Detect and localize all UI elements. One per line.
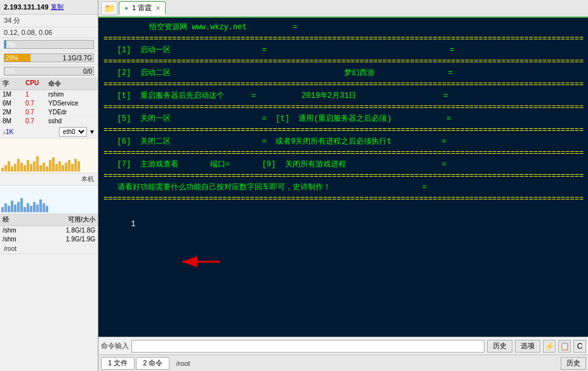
chart-bar xyxy=(49,160,51,172)
chart-bar xyxy=(1,168,4,172)
net-chart-bar xyxy=(27,203,29,212)
chart-bar xyxy=(17,159,20,172)
terminal-separator-2: ========================================… xyxy=(104,79,584,90)
process-row-1: 6M 0.7 YDService xyxy=(0,99,98,108)
tab-label: 1 雷霆 xyxy=(132,3,152,13)
chart-bar xyxy=(71,164,74,172)
terminal-separator-1: ========================================… xyxy=(104,56,584,67)
options-button[interactable]: 选项 xyxy=(515,340,540,353)
terminal-separator-3: ========================================… xyxy=(104,102,584,113)
net-chart-bar xyxy=(23,207,26,212)
bottom-tabs: 1 文件 2 命令 /root 历史 xyxy=(98,354,588,371)
terminal-line-5: [6] 关闭二区 = 或者9关闭所有进程之后必须执行t = xyxy=(104,136,584,147)
chart-bar xyxy=(14,164,17,172)
fs-row-0: /shm 1.8G/1.8G xyxy=(0,226,98,235)
chart-bar xyxy=(43,163,45,172)
chart-bar xyxy=(20,163,23,172)
sidebar: 2.193.131.149 复制 34 分 0.12, 0.08, 0.06 2… xyxy=(0,0,98,371)
ip-address: 2.193.131.149 xyxy=(4,3,48,11)
chart-bar xyxy=(23,165,26,172)
chart-bar xyxy=(46,166,48,172)
net-chart-bar xyxy=(11,201,13,212)
fs-row-1: /shm 1.9G/1.9G xyxy=(0,235,98,244)
tab-dot: ● xyxy=(124,4,128,11)
mem-bar-row: 2% xyxy=(0,38,98,51)
terminal-line-7: 请看好功能需要什么功能自己按对应数字回车即可，史诗制作！ = xyxy=(104,182,584,193)
load-row: 0.12, 0.08, 0.06 xyxy=(0,27,98,38)
net-chart-bar xyxy=(1,207,4,212)
folder-button[interactable]: 📁 xyxy=(101,1,117,15)
process-row-3: 8M 0.7 sshd xyxy=(0,117,98,126)
uptime-row: 34 分 xyxy=(0,15,98,27)
cmd-bar: 命令输入 历史 选项 ⚡ 📋 C xyxy=(98,337,588,354)
process-row-0: 1M 1 rshim xyxy=(0,90,98,99)
bottom-tab-files[interactable]: 1 文件 xyxy=(101,357,135,370)
chart-bar xyxy=(27,160,29,172)
chart-bar xyxy=(62,165,64,172)
terminal-line-3: [t] 重启服务器后先启动这个 = 2019年2月31日 = xyxy=(104,90,584,102)
terminal-line-2: [2] 启动二区 梦幻西游 = xyxy=(104,67,584,79)
arrow-annotation xyxy=(173,253,224,271)
net-chart-bar xyxy=(14,205,17,212)
net-chart xyxy=(0,186,98,214)
fs-table-header: 经 可用/大小 xyxy=(0,214,98,226)
terminal-separator-6: ========================================… xyxy=(104,170,584,182)
copy-icon-button[interactable]: C xyxy=(573,340,586,353)
chart-bar xyxy=(4,165,7,172)
chart-bar xyxy=(58,161,61,172)
cpu-chart xyxy=(0,138,98,173)
lightning-icon-button[interactable]: ⚡ xyxy=(543,340,556,353)
chart-bar xyxy=(74,159,77,172)
net-chart-bar xyxy=(17,202,20,212)
terminal-line-0: 悟空资源网 www.wkzy.net = xyxy=(104,22,584,33)
process-table-header: 字 CPU 命令 xyxy=(0,78,98,90)
bottom-history-button[interactable]: 历史 xyxy=(561,357,586,370)
tab-bar: 📁 ● 1 雷霆 × xyxy=(98,0,588,18)
tab-close-button[interactable]: × xyxy=(156,4,160,13)
chart-bar xyxy=(8,161,10,172)
terminal-line-4: [5] 关闭一区 = [t] 通用(重启服务器之后必须) = xyxy=(104,113,584,125)
disk-bar-row: 0% 0/0 xyxy=(0,65,98,78)
chart-bar xyxy=(68,160,70,172)
net-chart-bar xyxy=(33,202,36,212)
net-chart-bar xyxy=(30,206,32,212)
terminal[interactable]: 悟空资源网 www.wkzy.net = ===================… xyxy=(98,18,588,337)
chart-bar xyxy=(36,156,39,172)
net-chart-bar xyxy=(4,203,7,212)
ip-row: 2.193.131.149 复制 xyxy=(0,0,98,15)
net-chart-bar xyxy=(46,206,48,212)
net-interface-select[interactable]: eth0 xyxy=(59,127,87,137)
net-chart-bar xyxy=(36,205,39,212)
chart-bar xyxy=(65,163,67,172)
net-chart-bar xyxy=(39,199,42,212)
clipboard-icon-button[interactable]: 📋 xyxy=(558,340,571,353)
chart-bar xyxy=(33,161,36,172)
chart-bar xyxy=(52,158,55,172)
bottom-path: /root xyxy=(171,360,559,367)
net-chart-bar xyxy=(20,198,23,212)
net-row: ↓1K eth0 ▼ xyxy=(0,126,98,138)
cmd-label: 命令输入 xyxy=(101,341,129,351)
current-path-row: /root xyxy=(0,244,98,254)
net-down: ↓1K xyxy=(3,128,13,135)
terminal-line-1: [1] 启动一区 = = xyxy=(104,44,584,56)
chart-bar xyxy=(55,164,58,172)
copy-button[interactable]: 复制 xyxy=(51,3,63,11)
chart-bar xyxy=(39,165,42,172)
chart-bar xyxy=(30,164,32,172)
net-chart-bar xyxy=(8,206,10,212)
history-button[interactable]: 历史 xyxy=(487,340,512,353)
terminal-input-value: 1 xyxy=(131,220,135,229)
hostname-row: 本机 xyxy=(0,173,98,186)
main-area: 📁 ● 1 雷霆 × 悟空资源网 www.wkzy.net = ========… xyxy=(98,0,588,371)
swap-bar-row: 29% 1.1G/3.7G xyxy=(0,51,98,65)
net-chart-bar xyxy=(43,203,45,212)
terminal-line-6: [7] 主游戏查看 端口= [9] 关闭所有游戏进程 = xyxy=(104,159,584,170)
cpu-chart-bars xyxy=(0,138,98,173)
terminal-separator-5: ========================================… xyxy=(104,147,584,159)
tab-0[interactable]: ● 1 雷霆 × xyxy=(119,1,166,15)
cmd-input[interactable] xyxy=(131,340,484,353)
net-chart-bars xyxy=(0,186,98,213)
terminal-input-line: 1 xyxy=(104,207,584,293)
bottom-tab-commands[interactable]: 2 命令 xyxy=(136,357,170,370)
